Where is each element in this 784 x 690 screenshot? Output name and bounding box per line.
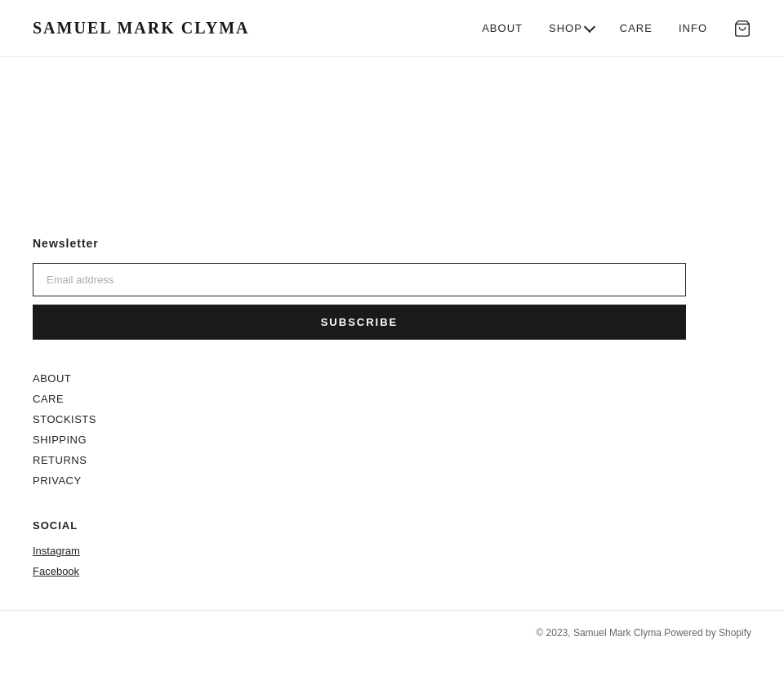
nav-about[interactable]: ABOUT bbox=[482, 22, 523, 34]
instagram-link[interactable]: Instagram bbox=[33, 545, 751, 557]
nav-info[interactable]: INFO bbox=[679, 22, 707, 34]
newsletter-title: Newsletter bbox=[33, 237, 751, 250]
nav-shop-dropdown[interactable]: SHOP bbox=[549, 22, 594, 34]
email-input[interactable] bbox=[33, 263, 686, 296]
footer-link-returns[interactable]: RETURNS bbox=[33, 454, 751, 466]
social-links: Instagram Facebook bbox=[33, 545, 751, 577]
nav-shop-link[interactable]: SHOP bbox=[549, 22, 582, 34]
footer-links: ABOUT CARE STOCKISTS SHIPPING RETURNS PR… bbox=[33, 372, 751, 487]
header: SAMUEL MARK CLYMA ABOUT SHOP CARE INFO bbox=[0, 0, 784, 57]
main-content bbox=[0, 57, 784, 204]
cart-button[interactable] bbox=[733, 20, 751, 38]
footer: Newsletter SUBSCRIBE ABOUT CARE STOCKIST… bbox=[0, 204, 784, 577]
footer-link-care[interactable]: CARE bbox=[33, 393, 751, 405]
footer-link-stockists[interactable]: STOCKISTS bbox=[33, 413, 751, 425]
facebook-link[interactable]: Facebook bbox=[33, 565, 751, 577]
cart-icon bbox=[733, 20, 751, 38]
footer-link-about[interactable]: ABOUT bbox=[33, 372, 751, 385]
footer-link-shipping[interactable]: SHIPPING bbox=[33, 434, 751, 446]
newsletter-section: Newsletter SUBSCRIBE bbox=[33, 237, 751, 340]
social-title: SOCIAL bbox=[33, 519, 751, 532]
footer-link-privacy[interactable]: PRIVACY bbox=[33, 474, 751, 487]
chevron-down-icon bbox=[584, 20, 595, 32]
copyright-text: © 2023, Samuel Mark Clyma Powered by Sho… bbox=[536, 627, 751, 639]
main-nav: ABOUT SHOP CARE INFO bbox=[482, 20, 751, 38]
subscribe-button[interactable]: SUBSCRIBE bbox=[33, 305, 686, 340]
logo-wrap[interactable]: SAMUEL MARK CLYMA bbox=[33, 19, 250, 38]
footer-bottom: © 2023, Samuel Mark Clyma Powered by Sho… bbox=[0, 610, 784, 655]
social-section: SOCIAL Instagram Facebook bbox=[33, 519, 751, 577]
logo: SAMUEL MARK CLYMA bbox=[33, 19, 250, 38]
nav-care[interactable]: CARE bbox=[620, 22, 653, 34]
